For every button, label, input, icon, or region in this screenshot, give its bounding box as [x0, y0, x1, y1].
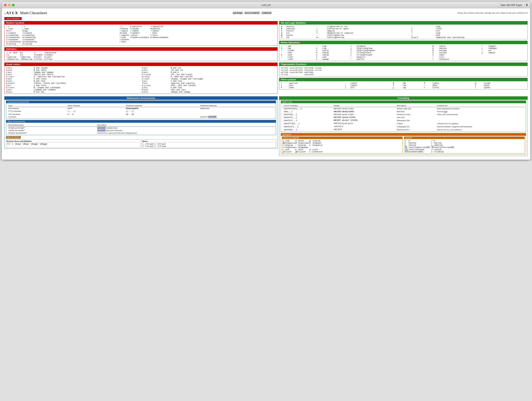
- trig-content: sin\sin arcsin\arcsin sinh\sinh sec\sec …: [279, 66, 527, 76]
- environment-tag: environment: [244, 12, 260, 14]
- math-fonts-box: Math Fonts LaTeX command Sample Descript…: [281, 100, 526, 132]
- delimiters-header: Delimiters: [5, 47, 278, 51]
- command-tag: command: [261, 12, 272, 14]
- table-row: \;5/18 \quad \!-3/18 \quad: [142, 145, 167, 147]
- operators-header: Operators: [281, 133, 526, 136]
- binary-ops-content: ±\pm ∩\cap ◇\diamond ⊕\oplus †\dagger ∓\…: [279, 44, 527, 61]
- maximize-button[interactable]: [12, 4, 15, 6]
- other-symbols-header: Other symbols: [279, 78, 527, 81]
- right-column: Set and Logic Notations ∃\exists →\right…: [279, 21, 528, 95]
- set-logic-content: ∃\exists →\rightarrow or \to ¬\neg ∄\nex…: [279, 25, 527, 39]
- share-icon[interactable]: ⬆: [526, 3, 528, 7]
- trig-header: Trigonometric Functions: [279, 63, 527, 66]
- relation-symbols-header: Relation Symbols: [5, 21, 278, 25]
- page-header: L A T E X Math Cheatsheet package enviro…: [4, 11, 528, 15]
- set-logic-section: Set and Logic Notations ∃\exists →\right…: [279, 21, 528, 39]
- manual-sizing-header: Manual Sizing: [6, 136, 21, 139]
- other-symbols-content: ∂\partial ı\imath ℜ\Re ∇\nabla ℵ\aleph ð…: [279, 81, 527, 89]
- canonical-envs-box: Canonical Environments Type Inline formu…: [6, 100, 276, 119]
- table-row: \mathnormal{...} ABCDEF abcdef 123456 De…: [282, 107, 525, 110]
- list-of-symbols-banner: List of Symbols: [4, 17, 22, 20]
- binary-ops-section: Binary Operations ±\pm ∩\cap ◇\diamond ⊕…: [279, 41, 528, 61]
- table-row: AAA\widehat{AAA} ã\tilde{a}: [405, 150, 454, 153]
- sums-integrals-box: Sums and Integrals ∑\sum ∏\prod ∐\coprod: [282, 136, 403, 154]
- table-row: ∑\sum ∏\prod ∐\coprod: [283, 140, 323, 142]
- table-row: AB\overrightarrow{AB} AB\overleftarrow{A…: [405, 146, 454, 148]
- table-row: Comment equation* amsmath: [7, 115, 275, 118]
- close-button[interactable]: [4, 4, 6, 6]
- pdf-content: L A T E X Math Cheatsheet package enviro…: [2, 8, 530, 160]
- math-fonts-header: Math Fonts: [281, 101, 526, 103]
- canonical-envs-header: Canonical Environments: [6, 101, 276, 103]
- sums-table: ∑\sum ∏\prod ∐\coprod ⨁\bigoplus ⊗\bigot…: [283, 140, 323, 153]
- table-row: \mathsf{...} ABCDEF abcdef 123456 sans-s…: [282, 116, 525, 119]
- minimize-button[interactable]: [8, 4, 11, 6]
- table-row: a′a' a″a'': [405, 140, 454, 142]
- spaces-header: Spaces: [142, 140, 275, 142]
- accents-table: a′a' a″a'' â\hat{a} ā\bar{a}: [405, 140, 454, 153]
- table-row: \mathfrak{...} 𝔄𝔅ℭ𝔇𝔈𝔉 abcdef gywyz Frakt…: [282, 122, 525, 125]
- table-row: â\hat{a} ā\bar{a}: [405, 142, 454, 144]
- table-row: ⊔\bigsqcup ∧\bigwedge: [283, 146, 323, 148]
- table-row: ∫\int ∮\oint ∬\iint: [283, 148, 323, 150]
- table-row: ⨁\bigoplus ⊗\bigotimes ⊙\bigodot: [283, 142, 323, 144]
- math-fonts-table: LaTeX command Sample Description Common …: [282, 104, 525, 131]
- spaces-box: Spaces \,3/18 \quad \:4/18 \quad \;5/18 …: [142, 139, 276, 148]
- manual-sizing-section: Manual Sizing Brackets, Braces and Delim…: [6, 136, 276, 148]
- table-row: Environment math displaymath equation: [7, 107, 275, 110]
- delimiters-section: Delimiters || or \mid‖\| {\{}\} ↑\uparro…: [4, 47, 278, 61]
- open-with-button[interactable]: Open with PDF Expert: [499, 3, 524, 7]
- table-row: LATEX shorthand \(...\) \[...\]: [7, 110, 275, 113]
- other-envs-box: Other Environments Environment name Desc…: [6, 120, 276, 135]
- greek-letters-header: Greek Letters: [5, 63, 278, 66]
- table-row: \mathbb{...} 𝔸𝔹ℂ𝔻𝔼𝔽 Blackboard (U) speci…: [282, 128, 525, 131]
- table-row: \mathtt{...} ABCDEF abcdef 123456 Monosp…: [282, 119, 525, 122]
- formatting-section: Formatting Math Fonts LaTeX command: [279, 96, 528, 156]
- bottom-row: Mathematics Environments Canonical Envir…: [4, 96, 528, 157]
- math-envs-column: Mathematics Environments Canonical Envir…: [4, 96, 278, 157]
- titlebar: math.pdf Open with PDF Expert ⬆: [2, 2, 530, 8]
- brackets-header: Brackets, Braces and Delimiters: [7, 140, 140, 142]
- table-row: align and align* amsmath multiple lines.: [7, 127, 275, 129]
- table-row: aaa\overline{aaa} a⃗\vec{a}: [405, 148, 454, 150]
- table-row: ∭\iiint ⨌\iiiint ∫⋯∫\idotsint: [283, 150, 323, 153]
- brackets-box: Brackets, Braces and Delimiters ((( ( \b…: [6, 139, 140, 148]
- math-envs-section: Mathematics Environments Canonical Envir…: [4, 96, 278, 149]
- col-displayed: Displayed equations: [125, 104, 199, 107]
- page-title: Math Cheatsheet: [20, 11, 47, 15]
- other-envs-header: Other Environments: [6, 120, 276, 123]
- relation-symbols-content: <<>> ≤\leq≥\geq ≪\ll≫\gg ⊂\subset⊃\supse…: [5, 25, 278, 46]
- table-row: \,3/18 \quad \:4/18 \quad: [142, 143, 167, 145]
- table-row: ȧ\dot{a} ä\ddot{a}: [405, 144, 454, 146]
- set-logic-header: Set and Logic Notations: [279, 21, 527, 25]
- math-envs-tab: Mathematics Environments: [5, 97, 278, 100]
- table-row: cases and cases* amsmath piecewise funct…: [7, 129, 275, 132]
- sums-header: Sums and Integrals: [282, 137, 402, 139]
- table-row: dcases and dcases* (mathtools) piecewise…: [7, 132, 275, 134]
- formatting-tab: Formatting: [279, 97, 527, 100]
- binary-ops-header: Binary Operations: [279, 41, 527, 44]
- table-row: TeX shorthand $...$ $$...$$: [7, 113, 275, 115]
- package-tag: package: [233, 12, 243, 14]
- math-envs-content: Canonical Environments Type Inline formu…: [5, 100, 278, 148]
- trig-section: Trigonometric Functions sin\sin arcsin\a…: [279, 62, 528, 76]
- col-numbered: Numbered equations: [199, 104, 275, 107]
- relation-symbols-section: Relation Symbols <<>> ≤\leq≥\geq ≪\ll≫\g…: [4, 21, 278, 46]
- other-symbols-section: Other symbols ∂\partial ı\imath ℜ\Re ∇\n…: [279, 78, 528, 89]
- delimiters-content: || or \mid‖\| {\{}\} ↑\uparrow↑\Uparrow …: [5, 51, 278, 61]
- operators-box: Operators Sums and Integrals ∑\sum: [281, 133, 526, 154]
- other-envs-table: Environment name Description align and a…: [7, 123, 275, 134]
- spaces-table: \,3/18 \quad \:4/18 \quad \;5/18 \quad \…: [142, 143, 167, 147]
- manual-sizing-content: Brackets, Braces and Delimiters ((( ( \b…: [6, 139, 276, 148]
- table-row: \mathrm{...} ABCDEF abcdef 123456 Normal…: [282, 113, 525, 116]
- col-type: Type: [7, 104, 67, 107]
- table-row: \mathcal{...} 𝒜ℬ𝒞𝒟ℰℱ Calligraphy (U) she…: [282, 125, 525, 128]
- accents-header: Accents: [404, 137, 525, 139]
- table-row: ∪\bigcup ∩\bigcap ⊎\biguplus: [283, 144, 323, 146]
- table-row: \bm{...} ABCDEF abcdef 123456 Bold font …: [282, 110, 525, 113]
- formatting-column: Formatting Math Fonts LaTeX command: [279, 96, 528, 157]
- accents-box: Accents a′a' a″a'': [404, 136, 525, 154]
- greek-letters-section: Greek Letters A and αA and \alpha B and …: [4, 62, 278, 94]
- author-info: Cheng Tan | Kyoto University | etan@c-ta…: [457, 12, 528, 14]
- formatting-content: Math Fonts LaTeX command Sample Descript…: [279, 100, 527, 156]
